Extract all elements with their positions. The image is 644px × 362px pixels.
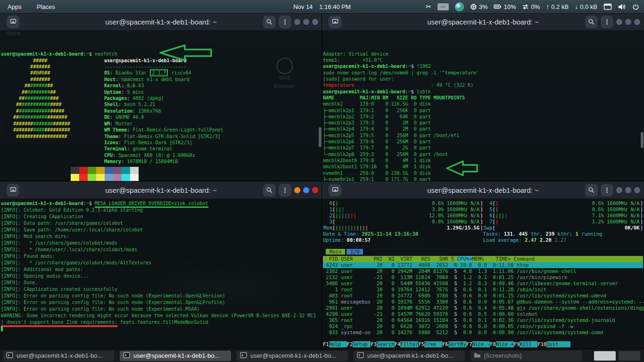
taskbar-window-button[interactable]: user@spacemit-k1-x-deb1-bo... [237, 351, 348, 361]
menu-kebab-button[interactable] [279, 184, 291, 197]
scrollbar[interactable] [319, 127, 322, 147]
terminal-header: user@spacemit-k1-x-deb1-board: ~ [0, 13, 322, 31]
terminal-icon [6, 352, 13, 360]
window-button[interactable] [616, 19, 622, 25]
cpu-meter: 0[|0.6% 1600MHz N/A] [323, 200, 483, 206]
terminal-line: ├─mmcblk2p1 179:1 0 256K 0 part [323, 107, 643, 114]
close-button[interactable] [312, 187, 318, 193]
new-tab-button[interactable] [329, 16, 341, 28]
search-button[interactable] [585, 184, 598, 197]
terminal-line: mmcblk2 179:0 0 116.5G 0 disk [323, 101, 643, 107]
window-button[interactable] [616, 187, 622, 193]
cpu-indicator[interactable]: 3% [470, 3, 488, 10]
menu-kebab-button[interactable] [601, 16, 613, 28]
process-row[interactable]: 933 systemd-oo 20 0 14276 5980 5212 S 0.… [323, 329, 643, 336]
taskbar-screenshots-button[interactable]: [Screenshots] [471, 351, 582, 361]
cpu-meter: 3[0.0% 1600MHz N/A] [323, 219, 483, 225]
terminal-window-colobot[interactable]: user@spacemit-k1-x-deb1-board: ~ user@sp… [0, 181, 322, 349]
terminal-line: nvme0n1 259:0 0 238.5G 0 disk [323, 170, 643, 176]
terminal-line: └─mmcblk2p8 259:3 0 256M 0 part /boot [323, 151, 643, 157]
window-button[interactable] [303, 19, 309, 25]
window-title: user@spacemit-k1-x-deb1-board: ~ [105, 186, 217, 194]
clock[interactable]: Nov 14 1:16:40 PM [293, 3, 351, 10]
process-row[interactable]: 1 root 20 0 19764 12412 7676 S 0.6 0.1 0… [323, 287, 643, 293]
down-arrow-icon: ↓ [575, 3, 578, 10]
terminal-header: user@spacemit-k1-x-deb1-board: ~ [0, 181, 322, 199]
window-button[interactable] [634, 19, 640, 25]
new-tab-button[interactable] [7, 16, 19, 28]
terminal-color-palette [71, 167, 321, 181]
search-button[interactable] [263, 184, 276, 197]
maximize-button[interactable] [303, 187, 309, 193]
window-button[interactable] [625, 187, 631, 193]
terminal-line: [INFO]: Mod search dirs: [1, 233, 321, 240]
new-tab-button[interactable] [329, 184, 341, 197]
window-button[interactable] [294, 19, 300, 25]
bottom-taskbar: user@spacemit-k1-x-deb1-bo...user@spacem… [0, 349, 644, 362]
cpu-meter: 5[|0.6% 1600MHz N/A] [483, 206, 644, 213]
new-tab-button[interactable] [7, 184, 19, 197]
terminal-line: [INFO]: Opening audio device... [1, 273, 321, 280]
ellipsis-indicator-icon[interactable]: ⋯ [438, 3, 449, 10]
process-row[interactable]: 4298 user -21 0 1457M 76620 59376 S 0.6 … [323, 311, 643, 317]
terminal-line: ├─mmcblk2p7 179:7 0 2G 0 part [323, 145, 643, 151]
window-button[interactable] [634, 187, 640, 193]
htop-tab-main[interactable]: Main [326, 249, 345, 255]
taskbar-window-button[interactable]: user@spacemit-k1-x-deb1-bo... [3, 351, 114, 361]
terminal-line: Adapter: Virtual device [323, 51, 643, 57]
terminal-content-htop[interactable]: 0[|0.6% 1600MHz N/A]1[|||3.0% 1600MHz N/… [322, 199, 644, 349]
process-row[interactable]: 961 messagebus 20 0 10176 5556 3380 S 0.… [323, 299, 643, 305]
places-menu[interactable]: Places [29, 0, 63, 13]
window-button[interactable] [312, 19, 318, 25]
cpu-meter: 1[|||3.0% 1600MHz N/A] [323, 206, 483, 213]
htop-tab-io[interactable]: I/O [347, 249, 363, 255]
process-row[interactable]: 2132 user -21 0 113M 11824 7060 S 1.2 0.… [323, 274, 643, 280]
terminal-line: temp1: +51.0°C [323, 57, 643, 63]
workspace-2[interactable] [619, 351, 640, 361]
terminal-window-htop[interactable]: user@spacemit-k1-x-deb1-board: ~ 0[|0.6%… [322, 181, 644, 349]
terminal-line: user@spacemit-k1-x-deb1-board:~$ neofetc… [1, 51, 321, 57]
htop-function-keys[interactable]: F1Help F2Setup F3SearchF4FilterF5Tree F6… [323, 341, 643, 347]
process-row[interactable]: 2991 user 20 0 1094M 62912 47220 S 0.6 0… [323, 305, 643, 311]
process-row[interactable]: 4243 user 20 0 13772 4060 2652 R 10.8 0.… [323, 262, 643, 268]
window-list-icon[interactable] [603, 3, 612, 10]
workspace-1[interactable] [594, 351, 616, 361]
process-row[interactable]: 924 _rpc 20 0 6628 3072 2688 S 0.0 0.0 0… [323, 323, 643, 329]
process-row[interactable]: 2302 user 20 0 2942M 204M 81376 S 4.8 1.… [323, 268, 643, 274]
text-cursor [1, 326, 3, 331]
net-down-indicator[interactable]: ↓ 0.0 kB [575, 3, 597, 10]
window-button[interactable] [625, 19, 631, 25]
terminal-content-colobot[interactable]: user@spacemit-k1-x-deb1-board:~$ MESA_LO… [0, 199, 322, 349]
window-title: user@spacemit-k1-x-deb1-board: ~ [105, 18, 217, 26]
memory-indicator[interactable]: 10% [494, 3, 516, 10]
search-button[interactable] [585, 16, 598, 28]
screenshot-tool-icon[interactable]: ✂ [426, 3, 431, 10]
clock-date: Nov 14 [293, 3, 313, 10]
terminal-line: NAME MAJ:MIN RM SIZE RO TYPE MOUNTPOINTS [323, 95, 643, 101]
app-indicator-icon[interactable] [455, 2, 464, 11]
process-row[interactable]: 365 root 20 0 64564 16916 15184 S 0.0 0.… [323, 317, 643, 323]
taskbar-window-button[interactable]: user@spacemit-k1-x-deb1-bo... [120, 351, 231, 361]
taskbar-window-button[interactable]: user@spacemit-k1-x-deb1-bo... [354, 351, 465, 361]
power-icon[interactable] [632, 3, 639, 10]
apps-menu[interactable]: Apps [0, 0, 29, 13]
terminal-content-neofetch[interactable]: user@spacemit-k1-x-deb1-board:~$ neofetc… [0, 31, 322, 181]
terminal-content-lsblk[interactable]: Adapter: Virtual devicetemp1: +51.0°Cuse… [322, 31, 644, 181]
cpu-meter: 4[|0.6% 1600MHz N/A] [483, 200, 644, 206]
menu-kebab-button[interactable] [601, 184, 613, 197]
search-button[interactable] [263, 16, 276, 28]
process-table-header[interactable]: PID USER PRI NI VIRT RES SHR S CPU%▽MEM%… [323, 256, 643, 262]
net-up-indicator[interactable]: ↑ 0.2 kB [546, 3, 569, 10]
menu-kebab-button[interactable] [279, 16, 291, 28]
terminal-line: [INFO]: CApplication created successfull… [1, 286, 321, 293]
terminal-window-neofetch[interactable]: user@spacemit-k1-x-deb1-board: ~ user@sp… [0, 13, 322, 181]
volume-icon[interactable] [618, 3, 626, 10]
minimize-button[interactable] [294, 187, 300, 193]
process-row[interactable]: 3486 user 20 0 544M 55436 41508 S 1.2 0.… [323, 280, 643, 287]
scrollbar[interactable] [641, 132, 644, 148]
process-row[interactable]: 403 root 20 0 24772 6980 3780 S 0.6 0.0 … [323, 293, 643, 299]
terminal-line: mmcblk2boot0 179:8 0 4M 1 disk [323, 157, 643, 164]
terminal-window-lsblk[interactable]: user@spacemit-k1-x-deb1-board: ~ Adapter… [322, 13, 644, 181]
swap-indicator[interactable]: 0% [522, 3, 540, 10]
cpu-meter: 7[|1.2% 1600MHz N/A] [483, 219, 644, 225]
